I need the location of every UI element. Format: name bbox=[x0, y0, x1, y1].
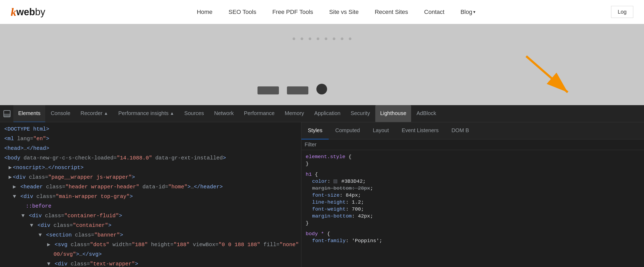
dot bbox=[317, 37, 319, 40]
nav-site-vs-site[interactable]: Site vs Site bbox=[329, 9, 359, 16]
tab-sources[interactable]: Sources bbox=[180, 105, 209, 122]
html-line: <head>…</head> bbox=[0, 144, 301, 153]
tab-styles[interactable]: Styles bbox=[301, 122, 329, 139]
css-font-size-line: font-size: 84px; bbox=[306, 192, 640, 199]
tab-performance-insights-label: Performance insights bbox=[118, 110, 169, 116]
tab-sources-label: Sources bbox=[184, 110, 204, 116]
css-font-weight-line: font-weight: 700; bbox=[306, 206, 640, 213]
nav-home[interactable]: Home bbox=[197, 9, 213, 16]
tab-performance-insights[interactable]: Performance insights ▲ bbox=[113, 105, 179, 122]
dot bbox=[333, 37, 335, 40]
html-line: <body data-new-gr-c-s-check-loaded="14.1… bbox=[0, 153, 301, 163]
styles-panel: Styles Computed Layout Event Listeners D… bbox=[301, 122, 644, 267]
chevron-down-icon: ▾ bbox=[473, 9, 475, 14]
tab-computed-label: Computed bbox=[335, 127, 360, 134]
filter-label: Filter bbox=[305, 142, 316, 147]
tab-styles-label: Styles bbox=[308, 127, 322, 134]
tab-event-listeners-label: Event Listeners bbox=[402, 127, 439, 134]
css-font-family-line: font-family: 'Poppins'; bbox=[306, 237, 640, 244]
site-nav: Home SEO Tools Free PDF Tools Site vs Si… bbox=[61, 9, 611, 16]
recorder-badge-icon: ▲ bbox=[104, 111, 108, 116]
nav-blog[interactable]: Blog ▾ bbox=[460, 9, 475, 16]
logo-web: web bbox=[16, 6, 35, 18]
site-header: k web by Home SEO Tools Free PDF Tools S… bbox=[0, 0, 644, 24]
nav-seo-tools[interactable]: SEO Tools bbox=[229, 9, 256, 16]
dock-icon[interactable] bbox=[2, 109, 12, 119]
css-margin-bottom-strikethrough-line: margin-bottom: 28px; bbox=[306, 185, 640, 192]
html-line: ::before bbox=[0, 201, 301, 211]
devtools-panel: Elements Console Recorder ▲ Performance … bbox=[0, 105, 644, 267]
tab-dom-b[interactable]: DOM B bbox=[445, 122, 476, 139]
css-rule-element-style: element.style { } bbox=[306, 153, 640, 167]
nav-pdf-tools[interactable]: Free PDF Tools bbox=[272, 9, 313, 16]
decorative-bars bbox=[257, 84, 327, 94]
css-color-line: color: #3B3D42; bbox=[306, 178, 640, 185]
tab-adblock[interactable]: AdBlock bbox=[412, 105, 441, 122]
html-line: 00/svg">…</svg> bbox=[0, 250, 301, 259]
tab-dom-b-label: DOM B bbox=[452, 127, 469, 134]
css-body-star-selector-line: body * { bbox=[306, 230, 640, 237]
styles-content: element.style { } h1 { color: #3B3D42; bbox=[301, 150, 644, 267]
css-selector-line: element.style { bbox=[306, 153, 640, 160]
tab-performance[interactable]: Performance bbox=[239, 105, 279, 122]
html-line: ▼ <div class="container-fluid"> bbox=[0, 211, 301, 221]
tab-memory[interactable]: Memory bbox=[280, 105, 309, 122]
filter-bar: Filter bbox=[301, 139, 644, 150]
tab-network[interactable]: Network bbox=[209, 105, 238, 122]
html-line: <ml lang="en"> bbox=[0, 134, 301, 144]
tab-lighthouse[interactable]: Lighthouse bbox=[375, 105, 411, 122]
css-rule-h1: h1 { color: #3B3D42; margin-bottom: 28px… bbox=[306, 171, 640, 227]
tab-layout-label: Layout bbox=[373, 127, 389, 134]
styles-tabs: Styles Computed Layout Event Listeners D… bbox=[301, 122, 644, 139]
html-panel: <DOCTYPE html> <ml lang="en"> <head>…</h… bbox=[0, 122, 301, 267]
html-line: ▼ <div class="text-wrapper"> bbox=[0, 259, 301, 267]
css-h1-brace-close: } bbox=[306, 220, 640, 227]
devtools-tabbar: Elements Console Recorder ▲ Performance … bbox=[0, 105, 644, 122]
tab-security[interactable]: Security bbox=[346, 105, 375, 122]
logo-area: k web by bbox=[11, 6, 45, 18]
html-line: <DOCTYPE html> bbox=[0, 124, 301, 134]
html-line: ▶ <header class="header wrapper-header" … bbox=[0, 182, 301, 192]
dots-row bbox=[293, 37, 351, 40]
tab-memory-label: Memory bbox=[285, 110, 304, 116]
devtools-content: <DOCTYPE html> <ml lang="en"> <head>…</h… bbox=[0, 122, 644, 267]
html-line: ▶ <svg class="dots" width="188" height="… bbox=[0, 240, 301, 250]
website-area: k web by Home SEO Tools Free PDF Tools S… bbox=[0, 0, 644, 105]
site-body bbox=[0, 24, 644, 105]
tab-elements[interactable]: Elements bbox=[13, 105, 45, 122]
tab-network-label: Network bbox=[214, 110, 234, 116]
svg-rect-3 bbox=[4, 114, 10, 117]
tab-computed[interactable]: Computed bbox=[329, 122, 366, 139]
tab-lighthouse-label: Lighthouse bbox=[380, 110, 406, 116]
tab-event-listeners[interactable]: Event Listeners bbox=[395, 122, 445, 139]
css-rule-body-star: body * { font-family: 'Poppins'; bbox=[306, 230, 640, 244]
nav-recent-sites[interactable]: Recent Sites bbox=[375, 9, 408, 16]
html-line: ▼ <div class="main-wrapper top-gray"> bbox=[0, 192, 301, 201]
tab-console[interactable]: Console bbox=[46, 105, 75, 122]
html-line: ▼ <section class="banner"> bbox=[0, 230, 301, 240]
dot bbox=[309, 37, 311, 40]
tab-recorder-label: Recorder bbox=[81, 110, 103, 116]
tab-console-label: Console bbox=[51, 110, 70, 116]
tab-adblock-label: AdBlock bbox=[416, 110, 436, 116]
arrow-indicator bbox=[518, 51, 577, 100]
dot bbox=[293, 37, 295, 40]
tab-security-label: Security bbox=[351, 110, 370, 116]
color-swatch bbox=[334, 180, 337, 183]
tab-recorder[interactable]: Recorder ▲ bbox=[76, 105, 113, 122]
logo-k: k bbox=[11, 6, 16, 18]
dot bbox=[341, 37, 343, 40]
css-margin-bottom-line: margin-bottom: 42px; bbox=[306, 213, 640, 220]
tab-layout[interactable]: Layout bbox=[366, 122, 395, 139]
css-line-height-line: line-height: 1.2; bbox=[306, 199, 640, 206]
html-line: ▶<noscript>…</noscript> bbox=[0, 163, 301, 173]
performance-insights-badge-icon: ▲ bbox=[170, 111, 174, 116]
css-brace-close: } bbox=[306, 160, 640, 167]
nav-contact[interactable]: Contact bbox=[424, 9, 445, 16]
tab-application-label: Application bbox=[314, 110, 340, 116]
dot bbox=[349, 37, 351, 40]
html-line: ▼ <div class="container"> bbox=[0, 221, 301, 230]
tab-application[interactable]: Application bbox=[309, 105, 345, 122]
dot bbox=[301, 37, 303, 40]
login-button[interactable]: Log bbox=[611, 6, 633, 18]
